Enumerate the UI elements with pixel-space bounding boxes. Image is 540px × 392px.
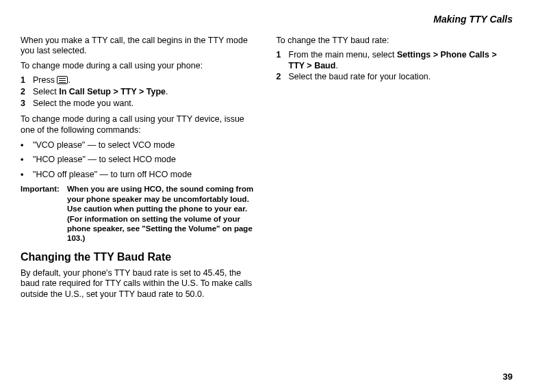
step-item: Select the mode you want.	[21, 99, 257, 109]
list-item: "VCO please" — to select VCO mode	[21, 140, 257, 151]
step-text: .	[68, 75, 70, 85]
paragraph: To change the TTY baud rate:	[277, 36, 513, 47]
menu-icon	[57, 76, 68, 84]
page-number: 39	[503, 371, 513, 382]
step-text: .	[166, 87, 168, 96]
step-item: Press .	[21, 75, 257, 86]
page-header: Making TTY Calls	[21, 14, 513, 26]
paragraph: To change mode during a call using your …	[21, 61, 257, 72]
paragraph: By default, your phone's TTY baud rate i…	[21, 268, 257, 300]
step-text: Select the mode you want.	[33, 99, 133, 108]
paragraph: To change mode during a call using your …	[21, 114, 257, 135]
step-text: Select	[33, 87, 59, 96]
important-label: Important:	[21, 184, 67, 243]
step-text: Select the baud rate for your location.	[289, 72, 431, 81]
step-item: From the main menu, select Settings > Ph…	[277, 50, 513, 71]
subheading: Changing the TTY Baud Rate	[21, 250, 257, 264]
step-text: Press	[33, 75, 57, 85]
steps-baud: From the main menu, select Settings > Ph…	[277, 50, 513, 83]
menu-path: In Call Setup > TTY > Type	[59, 87, 166, 96]
steps-phone: Press . Select In Call Setup > TTY > Typ…	[21, 75, 257, 109]
important-body: When you are using HCO, the sound coming…	[67, 184, 257, 243]
command-list: "VCO please" — to select VCO mode "HCO p…	[21, 140, 257, 181]
left-column: When you make a TTY call, the call begin…	[21, 36, 257, 304]
step-text: .	[335, 61, 337, 70]
list-item: "HCO please" — to select HCO mode	[21, 155, 257, 166]
right-column: To change the TTY baud rate: From the ma…	[277, 36, 513, 304]
paragraph: When you make a TTY call, the call begin…	[21, 36, 257, 57]
important-note: Important: When you are using HCO, the s…	[21, 184, 257, 243]
step-item: Select the baud rate for your location.	[277, 72, 513, 83]
list-item: "HCO off please" — to turn off HCO mode	[21, 170, 257, 181]
step-item: Select In Call Setup > TTY > Type.	[21, 87, 257, 98]
content-columns: When you make a TTY call, the call begin…	[21, 36, 513, 304]
step-text: From the main menu, select	[289, 50, 397, 60]
